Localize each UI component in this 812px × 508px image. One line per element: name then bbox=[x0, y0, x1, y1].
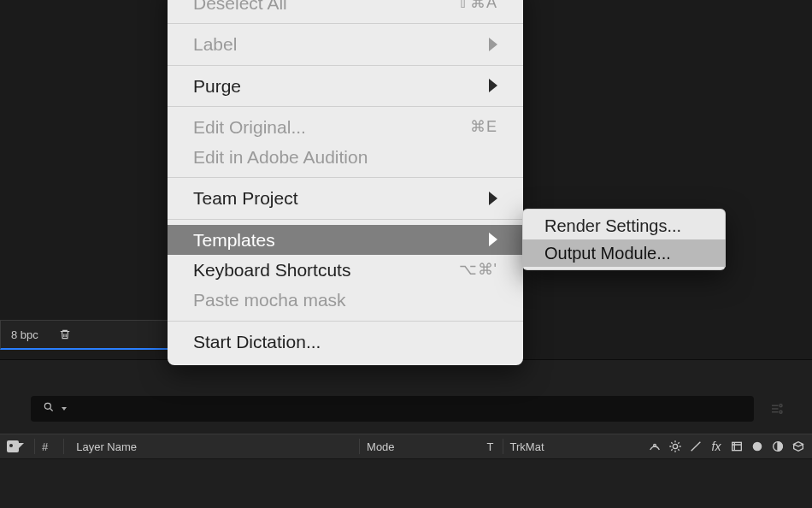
submenu-item-output-module[interactable]: Output Module... bbox=[522, 239, 726, 267]
label-color-column-icon[interactable] bbox=[5, 440, 27, 452]
column-trkmat[interactable]: TrkMat bbox=[510, 440, 544, 453]
bpc-indicator[interactable]: 8 bpc bbox=[11, 328, 38, 341]
quality-icon[interactable] bbox=[689, 440, 703, 453]
svg-point-6 bbox=[753, 442, 762, 452]
chevron-right-icon bbox=[489, 79, 497, 92]
motion-blur-icon[interactable] bbox=[750, 440, 764, 453]
submenu-item-render-settings[interactable]: Render Settings... bbox=[522, 212, 726, 239]
templates-submenu: Render Settings... Output Module... bbox=[522, 209, 726, 270]
menu-item-start-dictation[interactable]: Start Dictation... bbox=[168, 327, 523, 357]
menu-separator bbox=[168, 23, 523, 24]
column-hash[interactable]: # bbox=[42, 440, 48, 453]
chevron-right-icon bbox=[489, 192, 497, 205]
menu-item-templates[interactable]: Templates bbox=[168, 225, 523, 255]
menu-separator bbox=[168, 177, 523, 178]
chevron-right-icon bbox=[489, 233, 497, 246]
svg-point-1 bbox=[780, 405, 782, 407]
timeline-panel: # Layer Name Mode T TrkMat fx bbox=[0, 359, 812, 508]
search-input[interactable] bbox=[67, 401, 754, 416]
chevron-right-icon bbox=[489, 38, 497, 51]
effects-icon[interactable]: fx bbox=[709, 440, 723, 453]
menu-item-edit-original: Edit Original... ⌘E bbox=[168, 112, 523, 142]
menu-separator bbox=[168, 65, 523, 66]
timeline-column-header: # Layer Name Mode T TrkMat fx bbox=[0, 434, 812, 459]
svg-point-2 bbox=[780, 411, 782, 413]
timeline-search[interactable] bbox=[31, 396, 754, 422]
menu-item-paste-mocha-mask: Paste mocha mask bbox=[168, 285, 523, 315]
svg-rect-5 bbox=[733, 442, 742, 450]
column-layer-name[interactable]: Layer Name bbox=[76, 440, 137, 453]
panel-options-icon[interactable] bbox=[768, 401, 786, 416]
edit-menu: Deselect All ⇧⌘A Label Purge Edit Origin… bbox=[168, 0, 523, 365]
svg-point-3 bbox=[654, 444, 656, 446]
svg-point-4 bbox=[673, 444, 677, 448]
layer-switches-column: fx bbox=[648, 434, 805, 458]
trash-icon[interactable] bbox=[59, 328, 71, 341]
menu-separator bbox=[168, 321, 523, 322]
column-t[interactable]: T bbox=[487, 440, 494, 453]
menu-item-keyboard-shortcuts[interactable]: Keyboard Shortcuts ⌥⌘' bbox=[168, 255, 523, 285]
menu-separator bbox=[168, 106, 523, 107]
3d-layer-icon[interactable] bbox=[791, 440, 805, 453]
svg-point-0 bbox=[44, 403, 50, 409]
collapse-transformations-icon[interactable] bbox=[668, 440, 682, 453]
column-mode[interactable]: Mode bbox=[367, 440, 395, 453]
menu-item-team-project[interactable]: Team Project bbox=[168, 183, 523, 213]
shy-icon[interactable] bbox=[648, 440, 662, 453]
frame-blend-icon[interactable] bbox=[730, 440, 744, 453]
menu-separator bbox=[168, 219, 523, 220]
menu-item-purge[interactable]: Purge bbox=[168, 71, 523, 101]
menu-item-edit-audition: Edit in Adobe Audition bbox=[168, 142, 523, 172]
menu-item-deselect-all: Deselect All ⇧⌘A bbox=[168, 0, 523, 18]
search-icon bbox=[43, 401, 58, 416]
adjustment-layer-icon[interactable] bbox=[771, 440, 785, 453]
menu-item-label: Label bbox=[168, 29, 523, 59]
